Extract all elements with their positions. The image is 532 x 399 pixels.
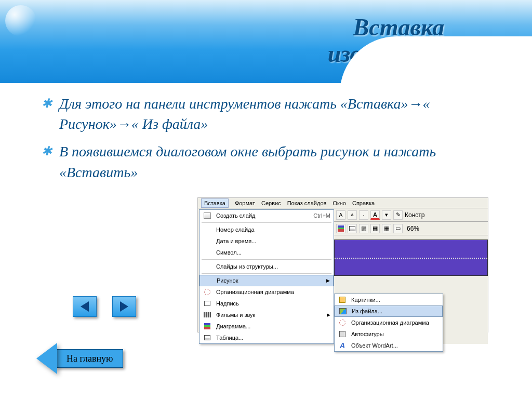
- menu-label: Таблица...: [216, 335, 243, 341]
- color-fill-icon[interactable]: ▨: [359, 224, 368, 233]
- show-button-icon[interactable]: ▭: [393, 224, 403, 233]
- slide-title: Вставка изображения: [328, 15, 470, 67]
- submenu-label: Объект WordArt...: [351, 342, 398, 349]
- blank-icon: [202, 236, 213, 246]
- next-button[interactable]: [112, 296, 136, 317]
- from-file-icon: [337, 307, 349, 316]
- menu-label: Создать слайд: [216, 212, 255, 219]
- menu-window[interactable]: Окно: [332, 200, 346, 206]
- blank-icon: [202, 276, 214, 285]
- menu-item-date-time[interactable]: Дата и время...: [200, 235, 334, 247]
- menu-item-symbol[interactable]: Символ...: [200, 247, 334, 258]
- clipart-icon: [337, 295, 348, 304]
- design-icon[interactable]: ▾: [382, 210, 391, 220]
- bullet-item: ✱ Для этого на панели инструментов нажат…: [42, 94, 490, 134]
- prev-button[interactable]: [73, 296, 97, 317]
- autoshapes-icon: [337, 329, 348, 339]
- menu-item-movies-sound[interactable]: Фильмы и звук ▶: [200, 309, 334, 321]
- wordart-icon: A: [337, 341, 348, 350]
- bullet-text: Для этого на панели инструментов нажать …: [59, 94, 490, 134]
- separator: [202, 222, 331, 223]
- triangle-left-icon: [81, 301, 89, 312]
- menu-label: Символ...: [216, 249, 242, 256]
- constructor-icon[interactable]: ✎: [393, 210, 403, 220]
- menu-help[interactable]: Справка: [352, 200, 375, 206]
- title-line-2: изображения: [328, 41, 470, 68]
- submenu-label: Картинки...: [351, 297, 380, 303]
- bullet-text: В появившемся диалоговом окне выбрать ри…: [59, 141, 490, 182]
- picture-submenu: Картинки... Из файла... Организационная …: [334, 294, 443, 352]
- separator: [202, 273, 331, 274]
- menu-shortcut: Ctrl+M: [313, 212, 330, 219]
- menu-item-org-chart[interactable]: Организационная диаграмма: [200, 286, 334, 298]
- textbox-icon: [202, 299, 213, 308]
- table-button-icon[interactable]: [348, 224, 357, 233]
- arrow-left-icon: [36, 343, 57, 374]
- bullet-item: ✱ В появившемся диалоговом окне выбрать …: [42, 141, 490, 182]
- slide-canvas-preview: [334, 240, 488, 276]
- submenu-item-from-file[interactable]: Из файла...: [335, 305, 443, 317]
- menu-item-chart[interactable]: Диаграмма...: [200, 321, 334, 332]
- border-icon[interactable]: ▦: [370, 224, 380, 233]
- chart-button-icon[interactable]: [336, 224, 345, 233]
- menu-label: Рисунок: [217, 277, 238, 284]
- submenu-arrow-icon: ▶: [327, 312, 330, 317]
- submenu-item-clipart[interactable]: Картинки...: [335, 294, 443, 305]
- menu-slideshow[interactable]: Показ слайдов: [287, 200, 327, 206]
- menu-label: Номер слайда: [216, 227, 255, 233]
- separator: [202, 259, 331, 260]
- submenu-label: Из файла...: [352, 308, 382, 314]
- home-link[interactable]: На главную: [36, 343, 123, 374]
- font-color-icon[interactable]: A: [370, 210, 380, 220]
- home-label: На главную: [57, 349, 123, 368]
- submenu-item-org[interactable]: Организационная диаграмма: [335, 317, 443, 328]
- insert-dropdown: Создать слайд Ctrl+M Номер слайда Дата и…: [199, 209, 334, 344]
- menu-item-picture[interactable]: Рисунок ▶: [200, 275, 334, 286]
- constructor-label[interactable]: Констр: [405, 211, 424, 219]
- menu-item-new-slide[interactable]: Создать слайд Ctrl+M: [200, 210, 334, 221]
- nav-buttons: [73, 296, 136, 317]
- font-size-increase-icon[interactable]: A: [336, 210, 345, 220]
- menu-label: Диаграмма...: [216, 323, 250, 329]
- submenu-item-wordart[interactable]: A Объект WordArt...: [335, 340, 443, 351]
- table-icon: [202, 333, 213, 342]
- menu-item-slide-number[interactable]: Номер слайда: [200, 224, 334, 235]
- org-chart-icon: [337, 318, 348, 327]
- slide-header: Вставка изображения: [0, 0, 532, 83]
- menu-label: Организационная диаграмма: [216, 289, 294, 295]
- toolbar-row-1: A A · A ▾ ✎ Констр: [334, 208, 488, 222]
- triangle-right-icon: [120, 301, 128, 312]
- menu-format[interactable]: Формат: [235, 200, 255, 206]
- film-icon: [202, 310, 213, 320]
- org-chart-icon: [202, 287, 213, 297]
- new-slide-icon: [202, 211, 213, 220]
- chart-icon: [202, 322, 213, 331]
- submenu-item-autoshapes[interactable]: Автофигуры: [335, 328, 443, 340]
- blank-icon: [202, 262, 213, 271]
- menu-item-textbox[interactable]: Надпись: [200, 298, 334, 309]
- zoom-level[interactable]: 66%: [407, 225, 419, 232]
- menu-item-table[interactable]: Таблица...: [200, 332, 334, 343]
- menu-item-slides-from-outline[interactable]: Слайды из структуры...: [200, 261, 334, 272]
- submenu-label: Организационная диаграмма: [351, 320, 429, 326]
- embedded-screenshot: Вставка Формат Сервис Показ слайдов Окно…: [197, 197, 488, 332]
- menu-label: Дата и время...: [216, 238, 256, 244]
- menu-label: Фильмы и звук: [216, 312, 255, 318]
- menubar: Вставка Формат Сервис Показ слайдов Окно…: [198, 198, 488, 208]
- menu-insert[interactable]: Вставка: [201, 198, 229, 208]
- blank-icon: [202, 225, 213, 234]
- submenu-arrow-icon: ▶: [326, 278, 330, 283]
- blank-icon: [202, 248, 213, 257]
- menu-label: Надпись: [216, 300, 239, 307]
- toolbar-row-2: ▨ ▦ ▦ ▭ 66%: [334, 222, 488, 235]
- menu-label: Слайды из структуры...: [216, 263, 278, 270]
- bullet-star-icon: ✱: [42, 141, 52, 182]
- menu-service[interactable]: Сервис: [261, 200, 281, 206]
- font-size-decrease-icon[interactable]: A: [348, 210, 357, 220]
- title-line-1: Вставка: [328, 15, 470, 41]
- toolbar-sep: ·: [359, 210, 368, 220]
- submenu-label: Автофигуры: [351, 331, 384, 337]
- grid-icon[interactable]: ▦: [382, 224, 391, 233]
- bullet-star-icon: ✱: [42, 94, 52, 134]
